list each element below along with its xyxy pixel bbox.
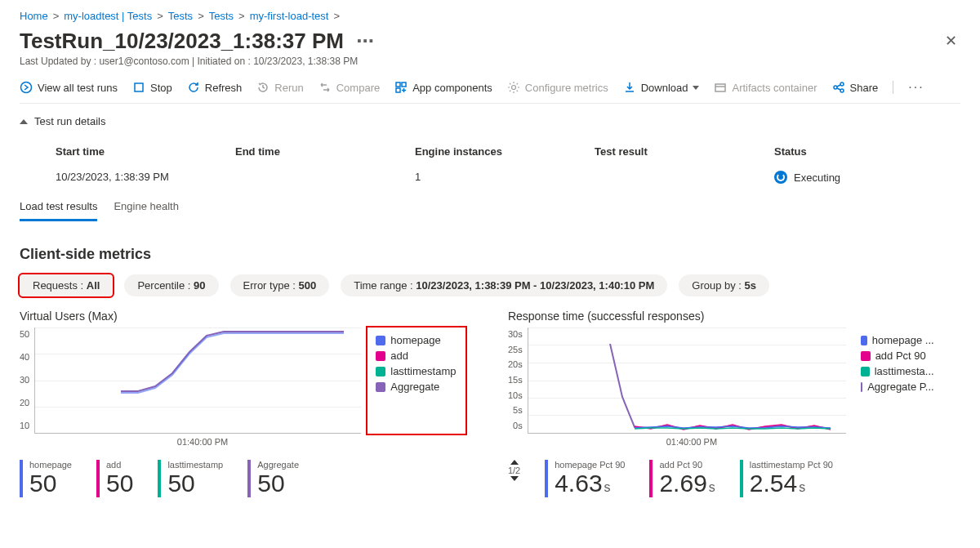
rerun-icon [256, 81, 270, 94]
breadcrumb-item[interactable]: Home [20, 10, 48, 22]
details-table: Start time End time Engine instances Tes… [20, 139, 960, 190]
svg-rect-4 [396, 88, 400, 92]
chart-rt-xaxis: 01:40:00 PM [532, 437, 851, 447]
chevron-up-icon [20, 119, 28, 124]
svg-point-7 [834, 86, 837, 89]
page-title: TestRun_10/23/2023_1:38:37 PM ··· [20, 29, 374, 54]
close-button[interactable]: ✕ [942, 29, 960, 53]
chart-vu-plot[interactable] [34, 327, 361, 434]
chart-title-rt: Response time (successful responses) [508, 310, 960, 323]
stop-button[interactable]: Stop [132, 81, 172, 94]
status-text: Executing [794, 172, 840, 184]
gear-icon [507, 81, 520, 94]
stat-card[interactable]: lasttimestamp 50 [158, 460, 223, 497]
legend-item[interactable]: lasttimestamp [376, 365, 457, 377]
chart-vu-legend: homepage add lasttimestamp Aggregate [368, 327, 466, 434]
breadcrumb: Home> my-loadtest | Tests> Tests> Tests>… [20, 10, 960, 22]
col-header-end: End time [235, 145, 415, 158]
result-tabs: Load test results Engine health [20, 194, 960, 221]
svg-point-0 [21, 82, 32, 93]
view-all-runs-button[interactable]: View all test runs [20, 81, 118, 94]
svg-point-8 [840, 82, 844, 86]
stat-card[interactable]: homepage 50 [20, 460, 72, 497]
compare-button[interactable]: Compare [318, 81, 380, 94]
configure-metrics-button[interactable]: Configure metrics [507, 81, 608, 94]
tab-engine-health[interactable]: Engine health [114, 194, 179, 221]
chart-vu-yaxis: 50 40 30 20 10 [20, 327, 34, 430]
chart-rt-yaxis: 30s 25s 20s 15s 10s 5s 0s [508, 327, 528, 430]
chart-title-vu: Virtual Users (Max) [20, 310, 488, 323]
col-header-status: Status [774, 145, 960, 158]
download-icon [623, 81, 636, 94]
stat-card[interactable]: Aggregate 50 [247, 460, 299, 497]
filter-errortype[interactable]: Error type : 500 [230, 274, 330, 296]
executing-icon [774, 171, 787, 184]
legend-item[interactable]: Aggregate [376, 381, 457, 393]
legend-item[interactable]: Aggregate P... [861, 381, 934, 393]
rerun-button[interactable]: Rerun [256, 81, 303, 94]
details-toggle[interactable]: Test run details [20, 104, 960, 139]
svg-rect-2 [396, 82, 400, 87]
svg-rect-3 [402, 82, 406, 87]
table-row: 10/23/2023, 1:38:39 PM 1 Executing [20, 164, 960, 190]
svg-rect-1 [135, 83, 143, 91]
legend-item[interactable]: homepage [376, 334, 457, 346]
download-button[interactable]: Download [623, 81, 700, 94]
refresh-button[interactable]: Refresh [187, 81, 243, 94]
legend-item[interactable]: lasttimesta... [861, 365, 934, 377]
svg-rect-6 [715, 84, 725, 91]
overflow-menu-button[interactable]: ··· [908, 80, 924, 95]
section-heading: Client-side metrics [20, 246, 960, 263]
breadcrumb-item[interactable]: Tests [168, 10, 193, 22]
chart-vu-xaxis: 01:40:00 PM [39, 437, 366, 447]
chevron-down-icon [693, 86, 699, 90]
filters: Requests : All Percentile : 90 Error typ… [20, 274, 960, 296]
svg-point-9 [840, 89, 844, 92]
filter-timerange[interactable]: Time range : 10/23/2023, 1:38:39 PM - 10… [341, 274, 667, 296]
more-actions-icon[interactable]: ··· [356, 29, 374, 53]
chart-rt-plot[interactable] [528, 327, 846, 434]
app-components-button[interactable]: App components [394, 81, 492, 94]
legend-item[interactable]: add [376, 350, 457, 362]
col-header-result: Test result [595, 145, 774, 158]
artifacts-button[interactable]: Artifacts container [714, 81, 817, 94]
stop-icon [132, 81, 145, 94]
stat-card[interactable]: homepage Pct 90 4.63s [545, 460, 625, 497]
svg-point-5 [511, 86, 515, 90]
apps-icon [394, 81, 408, 94]
legend-item[interactable]: add Pct 90 [861, 350, 934, 362]
pager-up-button[interactable] [510, 460, 519, 465]
pager-down-button[interactable] [510, 476, 519, 481]
breadcrumb-item[interactable]: Tests [209, 10, 234, 22]
filter-requests[interactable]: Requests : All [20, 274, 113, 296]
stat-card[interactable]: add Pct 90 2.69s [649, 460, 715, 497]
filter-groupby[interactable]: Group by : 5s [679, 274, 769, 296]
stat-pager: 1/2 [508, 460, 520, 497]
share-icon [832, 81, 845, 94]
filter-percentile[interactable]: Percentile : 90 [124, 274, 218, 296]
legend-item[interactable]: homepage ... [861, 334, 934, 346]
container-icon [714, 81, 727, 94]
stat-card[interactable]: lasttimestamp Pct 90 2.54s [740, 460, 833, 497]
breadcrumb-item[interactable]: my-first-load-test [250, 10, 329, 22]
arrow-right-circle-icon [20, 81, 33, 94]
tab-load-results[interactable]: Load test results [20, 194, 97, 221]
refresh-icon [187, 81, 200, 94]
col-header-start: Start time [56, 145, 235, 158]
share-button[interactable]: Share [832, 81, 879, 94]
compare-icon [318, 81, 332, 94]
breadcrumb-item[interactable]: my-loadtest | Tests [64, 10, 152, 22]
col-header-engine: Engine instances [415, 145, 595, 158]
page-subtitle: Last Updated by : user1@contoso.com | In… [20, 56, 374, 67]
chart-rt-legend: homepage ... add Pct 90 lasttimesta... A… [853, 327, 942, 434]
stat-card[interactable]: add 50 [96, 460, 133, 497]
command-bar: View all test runs Stop Refresh Rerun Co… [20, 72, 960, 104]
